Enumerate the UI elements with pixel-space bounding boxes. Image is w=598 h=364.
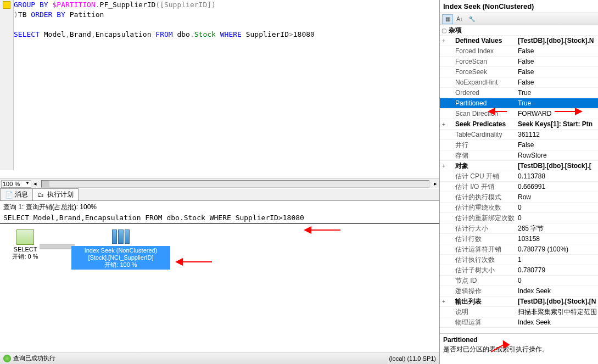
property-value: 0.113788 xyxy=(516,172,598,180)
property-key: 输出列表 xyxy=(448,297,516,306)
property-value: False xyxy=(516,141,598,149)
scroll-right-icon[interactable]: ▸ xyxy=(432,180,439,187)
properties-toolbar: ▦ A↓ 🔧 xyxy=(440,13,598,25)
property-row[interactable]: PartitionedTrue xyxy=(440,98,598,109)
messages-icon: 📄 xyxy=(5,191,13,199)
property-row[interactable]: 并行False xyxy=(440,140,598,150)
property-row[interactable]: 估计的执行模式Row xyxy=(440,192,598,203)
property-value: False xyxy=(516,47,598,55)
plan-query-header: 查询 1: 查询开销(占总批): 100% xyxy=(0,201,439,214)
execution-plan-pane: 查询 1: 查询开销(占总批): 100% SELECT Model,Brand… xyxy=(0,201,439,352)
property-row[interactable]: 节点 ID0 xyxy=(440,276,598,286)
status-server: (local) (11.0 SP1) xyxy=(389,355,436,362)
zoom-combo[interactable]: 100 %▼ xyxy=(1,180,31,188)
annotation-arrow xyxy=(555,111,579,112)
property-key: ForceSeek xyxy=(448,68,516,76)
property-value: 265 字节 xyxy=(516,224,598,233)
categorize-button[interactable]: ▦ xyxy=(442,14,453,24)
property-row[interactable]: 物理运算Index Seek xyxy=(440,317,598,328)
property-row[interactable]: 估计的重新绑定次数0 xyxy=(440,213,598,223)
plan-icon: 🗂 xyxy=(37,191,45,199)
plan-op-select[interactable]: SELECT 开销: 0 % xyxy=(9,229,42,261)
property-row[interactable]: 估计运算符开销0.780779 (100%) xyxy=(440,244,598,255)
expand-icon[interactable]: + xyxy=(440,163,448,169)
property-key: 存储 xyxy=(448,151,516,160)
property-row[interactable]: 估计 I/O 开销0.666991 xyxy=(440,182,598,192)
property-key: 节点 ID xyxy=(448,276,516,285)
property-row[interactable]: ForceScanFalse xyxy=(440,57,598,67)
property-row[interactable]: Scan DirectionFORWARD xyxy=(440,109,598,119)
annotation-arrow xyxy=(308,229,340,231)
index-seek-icon xyxy=(112,229,130,245)
property-value: 扫描非聚集索引中特定范围 xyxy=(516,307,598,317)
desc-body: 是否对已分区的表或索引执行操作。 xyxy=(443,345,595,354)
property-value: False xyxy=(516,68,598,76)
property-value: 0.666991 xyxy=(516,183,598,191)
property-value: Index Seek xyxy=(516,318,598,326)
property-key: 估计子树大小 xyxy=(448,266,516,275)
properties-grid[interactable]: ▢ 杂项 +Defined Values[TestDB].[dbo].[Stoc… xyxy=(440,25,598,333)
property-value: 1 xyxy=(516,256,598,264)
expand-icon[interactable]: + xyxy=(440,38,448,44)
plan-op-index-seek[interactable]: Index Seek (NonClustered) [Stock].[NCI_S… xyxy=(71,229,170,270)
plan-sql-text: SELECT Model,Brand,Encapsulation FROM db… xyxy=(0,214,439,224)
property-row[interactable]: 估计执行次数1 xyxy=(440,255,598,265)
status-bar: 查询已成功执行 (local) (11.0 SP1) xyxy=(0,352,439,364)
property-row[interactable]: 逻辑操作Index Seek xyxy=(440,286,598,296)
hscroll-thumb[interactable] xyxy=(42,181,49,187)
properties-pane: Index Seek (NonClustered) ▦ A↓ 🔧 ▢ 杂项 +D… xyxy=(439,0,598,364)
property-row[interactable]: +输出列表[TestDB].[dbo].[Stock].[N xyxy=(440,296,598,307)
property-value: Index Seek xyxy=(516,287,598,295)
property-key: 估计 CPU 开销 xyxy=(448,172,516,181)
property-key: 并行 xyxy=(448,141,516,150)
property-row[interactable]: 估计 CPU 开销0.113788 xyxy=(440,171,598,182)
hscroll-track[interactable] xyxy=(41,180,429,188)
property-row[interactable]: 估计的重绕次数0 xyxy=(440,203,598,213)
tab-execution-plan[interactable]: 🗂 执行计划 xyxy=(32,188,79,200)
property-value: True xyxy=(516,99,598,107)
expand-icon[interactable]: + xyxy=(440,121,448,127)
sort-az-button[interactable]: A↓ xyxy=(454,14,465,24)
property-row[interactable]: 估计行数103158 xyxy=(440,234,598,244)
property-value: 0 xyxy=(516,277,598,284)
property-value: 103158 xyxy=(516,235,598,243)
property-row[interactable]: TableCardinality361112 xyxy=(440,130,598,140)
property-value: False xyxy=(516,58,598,65)
property-value: 0.780779 xyxy=(516,266,598,274)
status-success-icon xyxy=(3,355,11,362)
property-value: 361112 xyxy=(516,131,598,138)
property-value: False xyxy=(516,79,598,86)
properties-title: Index Seek (NonClustered) xyxy=(440,0,598,13)
tab-messages[interactable]: 📄 消息 xyxy=(0,188,33,200)
property-row[interactable]: 存储RowStore xyxy=(440,150,598,161)
property-row[interactable]: +对象[TestDB].[dbo].[Stock].[ xyxy=(440,161,598,171)
annotation-arrow xyxy=(179,261,212,262)
property-value: 0 xyxy=(516,204,598,211)
seek-label-box: Index Seek (NonClustered) [Stock].[NCI_S… xyxy=(71,246,170,270)
property-row[interactable]: Forced IndexFalse xyxy=(440,46,598,57)
property-row[interactable]: OrderedTrue xyxy=(440,88,598,98)
property-row[interactable]: ForceSeekFalse xyxy=(440,67,598,77)
property-value: RowStore xyxy=(516,152,598,159)
property-key: 估计运算符开销 xyxy=(448,245,516,254)
collapse-icon[interactable]: ▢ xyxy=(440,27,448,33)
property-row[interactable]: +Defined Values[TestDB].[dbo].[Stock].N xyxy=(440,36,598,46)
annotation-arrow xyxy=(491,111,507,112)
property-key: 估计行数 xyxy=(448,234,516,244)
sql-code[interactable]: GROUP BY $PARTITION.PF_SupplierID([Suppl… xyxy=(14,0,439,170)
property-row[interactable]: +Seek PredicatesSeek Keys[1]: Start: Ptn xyxy=(440,119,598,130)
property-value: Row xyxy=(516,193,598,201)
property-category[interactable]: ▢ 杂项 xyxy=(440,25,598,36)
plan-canvas[interactable]: SELECT 开销: 0 % Index Seek (NonClustered)… xyxy=(0,224,439,345)
property-key: 估计执行次数 xyxy=(448,255,516,265)
property-row[interactable]: 估计子树大小0.780779 xyxy=(440,265,598,276)
property-key: TableCardinality xyxy=(448,131,516,138)
property-row[interactable]: NoExpandHintFalse xyxy=(440,77,598,88)
expand-icon[interactable]: + xyxy=(440,299,448,305)
property-row[interactable]: 说明扫描非聚集索引中特定范围 xyxy=(440,307,598,317)
property-value: 0.780779 (100%) xyxy=(516,245,598,253)
properties-button[interactable]: 🔧 xyxy=(466,14,477,24)
property-row[interactable]: 估计行大小265 字节 xyxy=(440,223,598,234)
property-value: [TestDB].[dbo].[Stock].N xyxy=(516,37,598,44)
scroll-left-icon[interactable]: ◂ xyxy=(31,180,39,187)
